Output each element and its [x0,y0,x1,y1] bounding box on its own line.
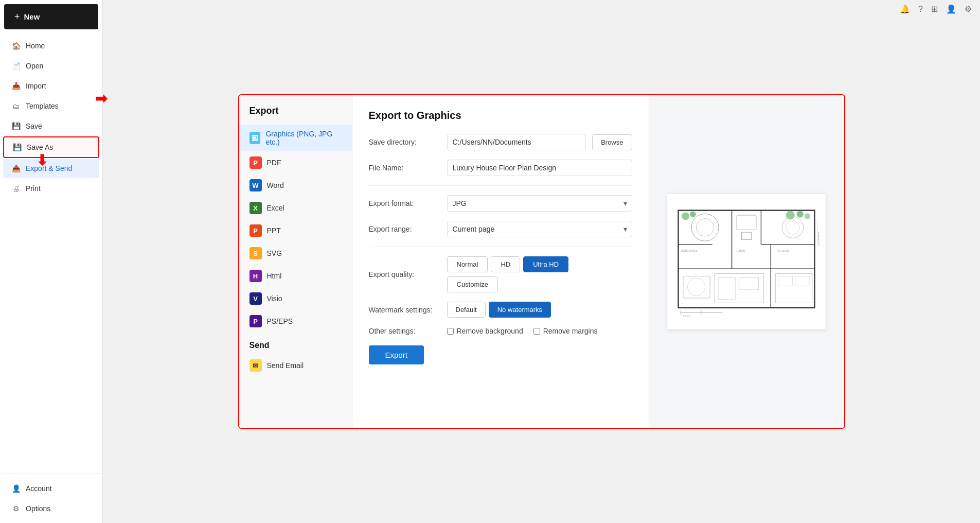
quality-normal-button[interactable]: Normal [447,256,488,272]
sidebar-item-label: Open [26,62,43,70]
settings-icon[interactable]: ⚙ [965,4,972,14]
file-name-label: File Name: [369,164,441,172]
apps-icon[interactable]: ⊞ [931,4,938,14]
export-panel: Export 🖼 Graphics (PNG, JPG etc.) P PDF … [238,94,845,429]
email-icon: ✉ [250,359,262,372]
export-settings: Export to Graphics Save directory: Brows… [352,95,649,428]
browse-button[interactable]: Browse [592,134,632,150]
sidebar-item-open[interactable]: 📄 Open [3,56,99,76]
floor-plan-preview: ELEVATION LIVING SPACE DINING KITCHEN 0 … [673,200,819,323]
export-format-label: Export format: [369,199,441,207]
arrow-right-indicator: ➡ [95,90,107,107]
sidebar-nav: 🏠 Home 📄 Open 📥 Import 🗂 Templates 💾 Sav… [0,33,102,474]
export-format-select[interactable]: JPG PNG BMP GIF TIFF [447,195,632,212]
sidebar: + New ➡ ⬇ 🏠 Home 📄 Open 📥 Import 🗂 Templ… [0,0,103,523]
svg-icon: S [250,247,262,259]
quality-hd-button[interactable]: HD [491,256,520,272]
remove-margins-checkbox[interactable]: Remove margins [533,327,598,335]
svg-point-13 [797,211,804,218]
export-quality-row: Export quality: Normal HD Ultra HD Custo… [369,256,632,292]
sidebar-bottom: 👤 Account ⚙ Options [0,474,102,523]
sidebar-item-export-send[interactable]: 📤 Export & Send [3,159,99,178]
visio-icon: V [250,292,262,305]
sidebar-item-label: Save [26,122,42,130]
sidebar-item-label: Options [26,504,50,513]
sidebar-item-import[interactable]: 📥 Import [3,76,99,96]
export-item-label: PDF [267,159,281,167]
user-icon[interactable]: 👤 [946,4,956,14]
help-icon[interactable]: ? [918,5,923,14]
export-list-item-pseps[interactable]: P PS/EPS [239,310,352,333]
plus-icon: + [14,11,20,22]
watermark-row: Watermark settings: Default No watermark… [369,302,632,318]
remove-margins-input[interactable] [533,328,540,335]
sidebar-item-label: Save As [27,143,53,151]
graphics-icon: 🖼 [250,132,261,144]
new-button[interactable]: + New [4,4,98,29]
file-name-input[interactable] [447,160,632,176]
sidebar-item-templates[interactable]: 🗂 Templates [3,96,99,116]
watermark-default-button[interactable]: Default [447,302,486,318]
export-list-item-excel[interactable]: X Excel [239,197,352,219]
other-settings-row: Other settings: Remove background Remove… [369,327,632,335]
export-list-item-ppt[interactable]: P PPT [239,219,352,242]
send-section-title: Send [239,333,352,354]
main-content: Export 🖼 Graphics (PNG, JPG etc.) P PDF … [103,0,980,523]
save-as-icon: 💾 [12,143,22,152]
export-list-item-word[interactable]: W Word [239,174,352,197]
save-directory-input[interactable] [447,134,586,150]
export-settings-title: Export to Graphics [369,110,632,121]
export-list-item-send-email[interactable]: ✉ Send Email [239,354,352,377]
arrow-down-indicator: ⬇ [36,152,48,169]
sidebar-item-label: Export & Send [26,164,72,172]
remove-background-checkbox[interactable]: Remove background [447,327,523,335]
export-item-label: PS/EPS [267,317,293,325]
export-range-select[interactable]: Current page All pages Selected pages [447,221,632,237]
ppt-icon: P [250,224,262,237]
sidebar-item-save-as[interactable]: 💾 Save As [3,136,99,158]
watermark-none-button[interactable]: No watermarks [489,302,551,318]
export-list-item-pdf[interactable]: P PDF [239,151,352,174]
svg-text:DINING: DINING [737,250,745,252]
preview-box: ELEVATION LIVING SPACE DINING KITCHEN 0 … [667,193,826,330]
sidebar-item-print[interactable]: 🖨 Print [3,179,99,198]
bell-icon[interactable]: 🔔 [900,4,910,14]
remove-margins-label: Remove margins [543,327,598,335]
sidebar-item-account[interactable]: 👤 Account [3,479,99,498]
remove-background-input[interactable] [447,328,454,335]
pdf-icon: P [250,156,262,169]
quality-customize-button[interactable]: Customize [447,276,498,292]
export-preview: ELEVATION LIVING SPACE DINING KITCHEN 0 … [649,95,844,428]
export-list-item-html[interactable]: H Html [239,265,352,287]
export-section-title: Export [239,106,352,125]
export-list: Export 🖼 Graphics (PNG, JPG etc.) P PDF … [239,95,352,428]
svg-text:LIVING SPACE: LIVING SPACE [681,250,697,252]
export-list-item-graphics[interactable]: 🖼 Graphics (PNG, JPG etc.) [239,125,352,151]
svg-text:ELEVATION: ELEVATION [817,232,819,246]
export-item-label: Send Email [267,361,304,370]
sidebar-item-options[interactable]: ⚙ Options [3,499,99,518]
export-range-row: Export range: Current page All pages Sel… [369,221,632,237]
export-list-item-svg[interactable]: S SVG [239,242,352,265]
html-icon: H [250,270,262,282]
quality-ultrahd-button[interactable]: Ultra HD [523,256,568,272]
export-list-item-visio[interactable]: V Visio [239,287,352,310]
export-item-label: SVG [267,249,282,257]
export-button[interactable]: Export [369,345,424,364]
home-icon: 🏠 [11,41,21,50]
sidebar-item-save[interactable]: 💾 Save [3,116,99,136]
pseps-icon: P [250,315,262,327]
svg-point-14 [805,213,810,219]
sidebar-item-label: Print [26,184,41,193]
sidebar-item-label: Home [26,42,45,50]
sidebar-item-label: Templates [26,102,59,110]
sidebar-item-label: Import [26,82,46,90]
export-item-label: Html [267,272,282,280]
export-range-label: Export range: [369,225,441,233]
svg-rect-27 [817,220,817,245]
sidebar-item-home[interactable]: 🏠 Home [3,36,99,56]
print-icon: 🖨 [11,184,21,193]
remove-background-label: Remove background [457,327,523,335]
export-item-label: Graphics (PNG, JPG etc.) [265,130,341,146]
import-icon: 📥 [11,81,21,91]
